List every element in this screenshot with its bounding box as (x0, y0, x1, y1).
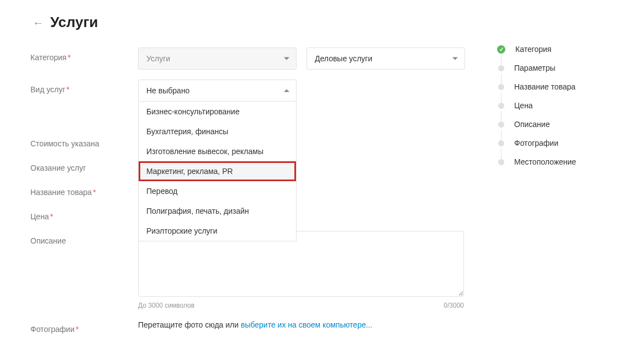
label-photos: Фотографии* (30, 319, 138, 334)
step-item[interactable]: Описание (498, 120, 609, 129)
step-label: Цена (514, 101, 533, 110)
dropdown-option[interactable]: Изготовление вывесок, рекламы (139, 141, 296, 161)
step-item[interactable]: Местоположение (498, 157, 609, 166)
step-item[interactable]: Цена (498, 101, 609, 110)
chevron-down-icon (452, 57, 458, 60)
category-secondary-select[interactable]: Деловые услуги (307, 48, 465, 70)
page-title: Услуги (50, 14, 98, 31)
label-service-delivery: Оказание услуг (30, 158, 138, 172)
step-dot-icon (498, 159, 504, 165)
service-type-select[interactable]: Не выбрано (138, 80, 297, 102)
step-dot-icon (498, 84, 504, 90)
step-item[interactable]: Категория (498, 45, 609, 54)
category-secondary-value: Деловые услуги (315, 54, 372, 63)
step-dot-icon (498, 140, 504, 146)
label-price-for: Стоимость указана (30, 134, 138, 148)
dropdown-option[interactable]: Бизнес-консультирование (139, 102, 296, 122)
step-label: Фотографии (514, 139, 558, 147)
step-label: Местоположение (514, 157, 576, 166)
dropdown-option[interactable]: Перевод (139, 181, 296, 201)
step-label: Параметры (514, 64, 556, 72)
label-description: Описание (30, 231, 138, 245)
back-arrow-icon[interactable]: ← (33, 17, 44, 28)
step-label: Описание (514, 120, 550, 129)
description-hint: До 3000 символов (138, 302, 194, 309)
chevron-down-icon (284, 57, 289, 60)
label-service-type: Вид услуг* (30, 80, 138, 94)
description-counter: 0/3000 (443, 302, 464, 309)
check-icon (497, 45, 505, 54)
category-primary-value: Услуги (146, 54, 170, 63)
step-label: Категория (515, 45, 551, 54)
steps-sidebar: КатегорияПараметрыНазвание товараЦенаОпи… (498, 14, 609, 344)
label-category: Категория* (30, 48, 138, 62)
step-item[interactable]: Параметры (498, 64, 609, 72)
label-product-name: Название товара* (30, 182, 138, 197)
label-price: Цена* (30, 207, 138, 221)
photo-upload-text: Перетащите фото сюда или выберите их на … (138, 319, 476, 329)
category-primary-select[interactable]: Услуги (138, 48, 297, 70)
dropdown-option[interactable]: Риэлторские услуги (139, 221, 296, 241)
step-dot-icon (498, 103, 504, 109)
step-item[interactable]: Название товара (498, 82, 609, 91)
step-dot-icon (498, 65, 504, 71)
dropdown-option[interactable]: Полиграфия, печать, дизайн (139, 201, 296, 221)
dropdown-option[interactable]: Бухгалтерия, финансы (139, 122, 296, 141)
step-item[interactable]: Фотографии (498, 139, 609, 147)
service-type-dropdown[interactable]: Бизнес-консультированиеБухгалтерия, фина… (138, 102, 297, 241)
chevron-up-icon (284, 89, 289, 92)
photo-upload-link[interactable]: выберите их на своем компьютере... (241, 320, 372, 329)
dropdown-option[interactable]: Маркетинг, реклама, PR (139, 161, 296, 181)
service-type-value: Не выбрано (146, 86, 189, 95)
step-dot-icon (498, 122, 504, 128)
step-label: Название товара (514, 82, 575, 91)
